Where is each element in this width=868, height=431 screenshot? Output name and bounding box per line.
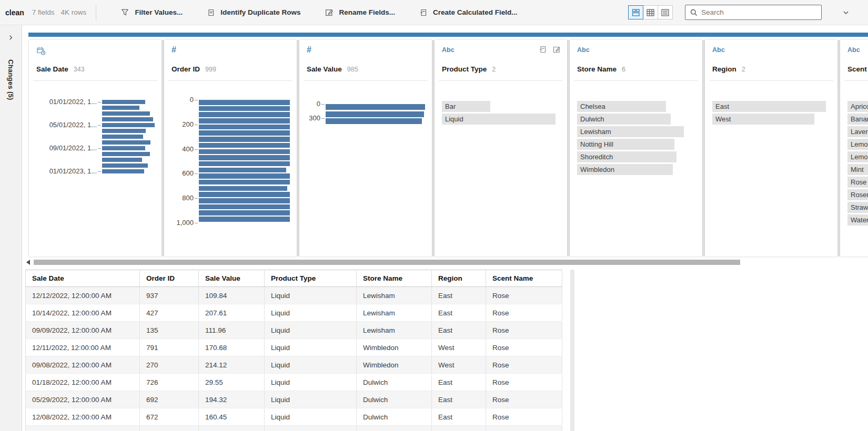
value-row-wimbledon[interactable]: Wimbledon [577,164,695,175]
histogram-bar[interactable] [102,129,146,133]
histogram-bar[interactable] [326,118,422,124]
value-row-strawberry[interactable]: Strawberry [847,202,868,213]
vertical-scrollbar[interactable] [570,270,574,431]
rename-fields-button[interactable]: Rename Fields... [325,8,395,17]
cell-sale-value[interactable]: 207.61 [199,304,265,322]
chevron-right-icon[interactable] [7,34,15,42]
cell-scent-name[interactable]: Rose [486,287,562,304]
cell-sale-date[interactable]: 05/29/2022, 12:00:00 AM [26,391,140,408]
field-card-region[interactable]: AbcRegion2EastWest [705,40,837,256]
cell-region[interactable]: East [432,322,486,339]
identify-duplicate-rows-button[interactable]: Identify Duplicate Rows [207,8,300,17]
cell-sale-value[interactable]: 29.55 [199,374,265,391]
cell-store-name[interactable]: Wimbledon [357,356,432,374]
calculated-field-icon[interactable] [539,45,547,54]
cell-product-type[interactable]: Liquid [265,374,357,391]
field-card-product-type[interactable]: AbcProduct Type2BarLiquid [435,40,567,256]
field-card-store-name[interactable]: AbcStore Name6ChelseaDulwichLewishamNott… [570,40,702,256]
cell-region[interactable]: West [432,339,486,356]
cell-sale-date[interactable]: 10/14/2022, 12:00:00 AM [26,304,140,322]
search-box[interactable] [685,5,822,20]
histogram-bar[interactable] [199,186,287,191]
value-row-banana[interactable]: Banana [847,114,868,125]
cell-order-id[interactable]: 672 [140,408,199,426]
filter-values-button[interactable]: Filter Values... [120,8,183,17]
value-row-lemon[interactable]: Lemon [847,139,868,150]
column-header-order-id[interactable]: Order ID [140,270,199,287]
cell-sale-value[interactable]: 214.12 [199,356,265,374]
cell-product-type[interactable]: Liquid [265,356,357,374]
cell-sale-value[interactable]: 194.32 [199,391,265,408]
histogram-bar[interactable] [199,112,290,117]
histogram-bar[interactable] [102,123,155,127]
histogram-bar[interactable] [102,117,153,121]
value-row-apricot[interactable]: Apricot [847,101,868,112]
histogram-bar[interactable] [102,111,150,116]
cell-region[interactable]: East [432,391,486,408]
cell-order-id[interactable]: 726 [140,374,199,391]
cell-sale-value[interactable]: 111.96 [199,322,265,339]
search-input[interactable] [701,8,821,16]
cell-scent-name[interactable]: Rose [486,391,562,408]
cell-region[interactable]: East [432,374,486,391]
rename-field-icon[interactable] [552,45,561,54]
cell-sale-date[interactable]: 12/12/2022, 12:00:00 AM [26,287,140,304]
histogram-bar[interactable] [102,140,150,145]
cell-order-id[interactable]: 270 [140,356,199,374]
column-header-region[interactable]: Region [432,270,486,287]
cell-sale-date[interactable]: 12/08/2022, 12:00:00 AM [26,408,140,426]
histogram-bar[interactable] [199,130,290,136]
value-row-shoreditch[interactable]: Shoreditch [577,151,695,162]
cell-scent-name[interactable]: Rose [486,356,562,374]
value-row-bar[interactable]: Bar [442,101,560,112]
value-row-west[interactable]: West [712,114,831,125]
histogram-bar[interactable] [199,168,286,173]
cell-sale-date[interactable]: 09/09/2022, 12:00:00 AM [26,322,140,339]
histogram-bar[interactable] [102,152,150,156]
field-card-scent-name[interactable]: AbcScent NameApricotBananaLavenderLemonL… [840,40,868,256]
cell-product-type[interactable]: Liquid [265,391,357,408]
cell-scent-name[interactable]: Rose [486,408,562,426]
value-row-lewisham[interactable]: Lewisham [577,126,695,137]
value-row-notting-hill[interactable]: Notting Hill [577,139,695,150]
histogram-bar[interactable] [102,169,144,173]
cell-sale-date[interactable]: 09/08/2022, 12:00:00 AM [26,356,140,374]
cell-sale-value[interactable]: 109.84 [199,287,265,304]
histogram-bar[interactable] [199,137,290,142]
list-view-toggle[interactable] [658,5,673,19]
histogram-bar[interactable] [199,173,290,179]
histogram-bar[interactable] [102,100,145,104]
scrollbar-thumb[interactable] [34,260,740,265]
histogram-bar[interactable] [326,104,425,110]
value-row-liquid[interactable]: Liquid [442,114,560,125]
cell-sale-value[interactable]: 160.45 [199,408,265,426]
column-header-sale-date[interactable]: Sale Date [26,270,140,287]
cell-order-id[interactable]: 791 [140,339,199,356]
changes-panel-label[interactable]: Changes (5) [7,59,15,100]
value-row-rosemary[interactable]: Rosemary [847,189,868,200]
cell-store-name[interactable]: Lewisham [357,304,432,322]
histogram-bar[interactable] [326,111,424,117]
grid-view-toggle[interactable] [643,5,658,19]
value-row-lavender[interactable]: Lavender [847,126,868,137]
cell-region[interactable]: East [432,287,486,304]
histogram-bar[interactable] [199,217,290,222]
column-header-product-type[interactable]: Product Type [265,270,357,287]
scroll-left-arrow-icon[interactable] [26,260,30,265]
cell-region[interactable]: West [432,356,486,374]
cell-product-type[interactable]: Liquid [265,322,357,339]
cell-region[interactable]: East [432,304,486,322]
create-calculated-field-button[interactable]: Create Calculated Field... [419,8,518,17]
cell-order-id[interactable]: 427 [140,304,199,322]
value-row-mint[interactable]: Mint [847,164,868,175]
cell-sale-date[interactable]: 01/18/2022, 12:00:00 AM [26,374,140,391]
horizontal-scrollbar[interactable] [26,259,868,265]
column-header-store-name[interactable]: Store Name [357,270,432,287]
histogram-bar[interactable] [199,192,290,197]
cell-order-id[interactable]: 135 [140,322,199,339]
cell-scent-name[interactable]: Rose [486,339,562,356]
histogram-bar[interactable] [102,163,148,168]
field-card-sale-value[interactable]: #Sale Value9850300 [299,40,432,256]
cell-sale-date[interactable]: 12/11/2022, 12:00:00 AM [26,339,140,356]
histogram-bar[interactable] [102,158,142,162]
